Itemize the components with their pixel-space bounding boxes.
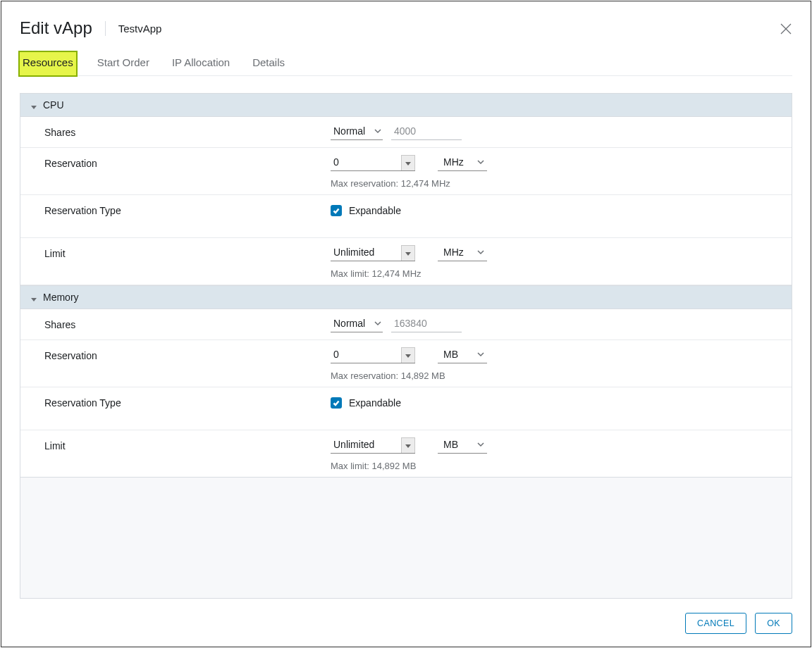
dialog-header: Edit vApp TestvApp bbox=[20, 1, 792, 46]
memory-reservation-type-row: Reservation Type Expandable bbox=[20, 387, 792, 430]
cancel-button[interactable]: CANCEL bbox=[685, 613, 746, 634]
cpu-shares-row: Shares Normal 4000 bbox=[20, 117, 792, 148]
memory-reservation-label: Reservation bbox=[20, 346, 331, 361]
memory-limit-label: Limit bbox=[20, 436, 331, 451]
memory-limit-input[interactable]: Unlimited bbox=[331, 437, 415, 454]
chevron-down-icon bbox=[477, 156, 484, 168]
stepper-button[interactable] bbox=[401, 245, 415, 261]
cpu-limit-label: Limit bbox=[20, 244, 331, 259]
cpu-reservation-row: Reservation 0 MHz Max reservation: 12,47… bbox=[20, 148, 792, 195]
memory-shares-level-select[interactable]: Normal bbox=[331, 316, 383, 332]
chevron-down-icon bbox=[30, 101, 37, 108]
memory-reservation-type-label: Reservation Type bbox=[20, 393, 331, 409]
edit-vapp-dialog: Edit vApp TestvApp Resources Start Order… bbox=[1, 1, 811, 647]
cpu-reservation-unit-select[interactable]: MHz bbox=[438, 155, 487, 171]
chevron-down-icon bbox=[30, 294, 37, 301]
chevron-down-icon bbox=[477, 439, 484, 450]
cpu-reservation-type-row: Reservation Type Expandable bbox=[20, 195, 792, 238]
svg-marker-4 bbox=[405, 252, 411, 256]
tab-bar: Resources Start Order IP Allocation Deta… bbox=[20, 52, 792, 76]
cpu-limit-input[interactable]: Unlimited bbox=[331, 245, 415, 261]
cpu-shares-label: Shares bbox=[20, 123, 331, 138]
tab-details[interactable]: Details bbox=[251, 52, 286, 75]
svg-marker-2 bbox=[31, 106, 37, 109]
checkbox-checked-icon bbox=[331, 205, 342, 216]
memory-section-title: Memory bbox=[43, 292, 79, 303]
chevron-down-icon bbox=[374, 318, 381, 329]
svg-marker-6 bbox=[405, 354, 411, 358]
chevron-down-icon bbox=[374, 125, 381, 137]
cpu-section-header[interactable]: CPU bbox=[20, 94, 792, 117]
chevron-down-icon bbox=[477, 349, 484, 360]
svg-marker-3 bbox=[405, 162, 411, 166]
memory-reservation-row: Reservation 0 MB Max reservation: 14,892… bbox=[20, 340, 792, 387]
memory-limit-hint: Max limit: 14,892 MB bbox=[331, 461, 792, 471]
svg-marker-7 bbox=[405, 444, 411, 448]
tab-resources[interactable]: Resources bbox=[20, 52, 76, 75]
memory-shares-row: Shares Normal 163840 bbox=[20, 309, 792, 340]
cpu-reservation-input[interactable]: 0 bbox=[331, 155, 415, 171]
cpu-limit-unit-select[interactable]: MHz bbox=[438, 245, 487, 261]
memory-limit-row: Limit Unlimited MB Max limit: 14,892 MB bbox=[20, 430, 792, 478]
dialog-footer: CANCEL OK bbox=[20, 599, 792, 634]
memory-shares-label: Shares bbox=[20, 315, 331, 330]
cpu-section-title: CPU bbox=[43, 99, 64, 111]
cpu-reservation-type-label: Reservation Type bbox=[20, 201, 331, 216]
cpu-limit-row: Limit Unlimited MHz Max limit: 12,474 MH… bbox=[20, 238, 792, 285]
memory-expandable-checkbox[interactable]: Expandable bbox=[331, 397, 792, 409]
cpu-expandable-checkbox[interactable]: Expandable bbox=[331, 205, 792, 216]
stepper-button[interactable] bbox=[401, 155, 415, 170]
dialog-title: Edit vApp bbox=[20, 18, 105, 38]
checkbox-checked-icon bbox=[331, 397, 342, 409]
cpu-reservation-label: Reservation bbox=[20, 154, 331, 169]
panel-empty-space bbox=[20, 478, 792, 598]
tab-ip-allocation[interactable]: IP Allocation bbox=[171, 52, 231, 75]
tab-start-order[interactable]: Start Order bbox=[96, 52, 151, 75]
stepper-button[interactable] bbox=[401, 347, 415, 363]
svg-marker-5 bbox=[31, 298, 37, 301]
cpu-limit-hint: Max limit: 12,474 MHz bbox=[331, 268, 792, 279]
close-icon bbox=[780, 26, 792, 37]
cpu-reservation-hint: Max reservation: 12,474 MHz bbox=[331, 178, 792, 189]
memory-reservation-unit-select[interactable]: MB bbox=[438, 347, 487, 363]
stepper-button[interactable] bbox=[401, 437, 415, 453]
cpu-shares-value-field[interactable]: 4000 bbox=[391, 124, 462, 140]
cpu-shares-level-select[interactable]: Normal bbox=[331, 124, 383, 140]
dialog-subtitle: TestvApp bbox=[105, 21, 162, 36]
ok-button[interactable]: OK bbox=[755, 613, 792, 634]
memory-reservation-input[interactable]: 0 bbox=[331, 347, 415, 363]
chevron-down-icon bbox=[477, 247, 484, 258]
resources-panel: CPU Shares Normal 4000 Reservation 0 bbox=[20, 93, 792, 599]
memory-section-header[interactable]: Memory bbox=[20, 285, 792, 309]
memory-shares-value-field[interactable]: 163840 bbox=[391, 316, 462, 332]
memory-reservation-hint: Max reservation: 14,892 MB bbox=[331, 370, 792, 381]
memory-limit-unit-select[interactable]: MB bbox=[438, 437, 487, 454]
close-button[interactable] bbox=[780, 23, 792, 37]
